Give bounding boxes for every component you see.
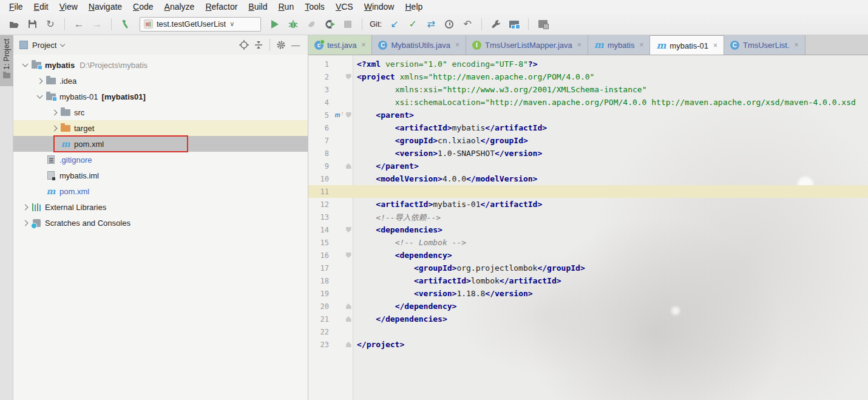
editor-tab-mybatis01[interactable]: mmybatis-01×: [650, 35, 724, 55]
code-line-2[interactable]: 2<project xmlns="http://maven.apache.org…: [308, 70, 868, 83]
close-icon[interactable]: ×: [713, 41, 717, 50]
code-line-9[interactable]: 9 </parent>: [308, 160, 868, 172]
chevron-collapsed-icon[interactable]: [49, 110, 59, 115]
gear-icon[interactable]: [274, 38, 288, 52]
fold-down-icon[interactable]: [344, 74, 353, 80]
code-line-4[interactable]: 4 xsi:schemaLocation="http://maven.apach…: [308, 96, 868, 109]
menu-item-build[interactable]: Build: [243, 1, 273, 12]
code-line-20[interactable]: 20 </dependency>: [308, 300, 868, 313]
project-tool-window-button[interactable]: 1: Project: [0, 35, 13, 86]
forward-icon[interactable]: →: [89, 16, 105, 32]
tree-row-ExternalLibraries[interactable]: External Libraries: [13, 199, 308, 215]
close-icon[interactable]: ×: [455, 41, 459, 49]
code-line-17[interactable]: 17 <groupId>org.projectlombok</groupId>: [308, 262, 868, 274]
code-line-5[interactable]: 5m <parent>: [308, 109, 868, 121]
code-line-12[interactable]: 12 <artifactId>mybatis-01</artifactId>: [308, 198, 868, 211]
tree-row-target[interactable]: target: [13, 120, 308, 136]
menu-item-navigate[interactable]: Navigate: [83, 1, 127, 12]
git-update-icon[interactable]: ↙: [387, 16, 402, 32]
fold-down-icon[interactable]: [344, 227, 353, 232]
editor-tab-mybatis[interactable]: mmybatis×: [588, 35, 651, 55]
run-icon[interactable]: [267, 16, 283, 32]
code-line-7[interactable]: 7 <groupId>cn.lxiaol</groupId>: [308, 134, 868, 147]
code-line-10[interactable]: 10 <modelVersion>4.0.0</modelVersion>: [308, 172, 868, 185]
editor-tab-testjava[interactable]: ctest.java×: [308, 35, 372, 55]
menu-item-code[interactable]: Code: [127, 1, 158, 12]
chevron-collapsed-icon[interactable]: [34, 79, 45, 83]
hide-icon[interactable]: —: [288, 38, 303, 52]
editor-tab-TmsUserListMapperjava[interactable]: ITmsUserListMapper.java×: [466, 35, 588, 55]
close-icon[interactable]: ×: [361, 41, 365, 49]
code-line-18[interactable]: 18 <artifactId>lombok</artifactId>: [308, 274, 868, 287]
menu-item-help[interactable]: Help: [399, 1, 428, 12]
fold-up-icon[interactable]: [344, 303, 353, 309]
menu-item-file[interactable]: File: [4, 1, 29, 12]
code-line-15[interactable]: 15 <!-- Lombok -->: [308, 236, 868, 249]
tree-row-mybatis[interactable]: mybatisD:\Projects\mybatis: [13, 57, 308, 73]
tree-row-src[interactable]: src: [13, 104, 308, 120]
code-line-6[interactable]: 6 <artifactId>mybatis</artifactId>: [308, 121, 868, 134]
tree-row-mybatisiml[interactable]: mybatis.iml: [13, 168, 308, 183]
menu-item-window[interactable]: Window: [359, 1, 400, 12]
fold-up-icon[interactable]: [344, 342, 353, 347]
menu-item-view[interactable]: View: [54, 1, 83, 12]
menu-item-vcs[interactable]: VCS: [330, 1, 359, 12]
collapse-all-icon[interactable]: [251, 38, 266, 52]
menu-item-tools[interactable]: Tools: [299, 1, 330, 12]
debug-bug-icon[interactable]: [285, 16, 301, 32]
chevron-expanded-icon[interactable]: [19, 64, 30, 66]
locate-icon[interactable]: [237, 38, 251, 52]
code-line-22[interactable]: 22: [308, 325, 868, 338]
code-line-1[interactable]: 1<?xml version="1.0" encoding="UTF-8"?>: [308, 58, 868, 70]
code-line-23[interactable]: 23</project>: [308, 338, 868, 351]
tree-row-gitignore[interactable]: .gitignore: [13, 152, 308, 168]
chevron-down-icon[interactable]: [60, 42, 65, 47]
layout-save-icon[interactable]: [535, 16, 551, 32]
code-line-14[interactable]: 14 <dependencies>: [308, 223, 868, 236]
stop-icon[interactable]: [340, 16, 356, 32]
profiler-icon[interactable]: [322, 16, 337, 32]
chevron-collapsed-icon[interactable]: [49, 126, 59, 131]
save-icon[interactable]: [24, 16, 40, 32]
close-icon[interactable]: ×: [639, 41, 643, 49]
tree-row-pomxml[interactable]: mpom.xml: [13, 183, 308, 199]
fold-up-icon[interactable]: [344, 316, 353, 322]
code-line-16[interactable]: 16 <dependency>: [308, 249, 868, 262]
chevron-collapsed-icon[interactable]: [19, 205, 30, 209]
tree-row-pomxml[interactable]: mpom.xml: [13, 136, 308, 152]
code-line-13[interactable]: 13 <!--导入依赖-->: [308, 211, 868, 223]
editor-tab-TmsUserList[interactable]: CTmsUserList.×: [724, 35, 805, 55]
tree-row-mybatis01[interactable]: mybatis-01[mybatis01]: [13, 89, 308, 104]
project-structure-icon[interactable]: [506, 16, 522, 32]
coverage-icon[interactable]: [303, 16, 319, 32]
code-line-3[interactable]: 3 xmlns:xsi="http://www.w3.org/2001/XMLS…: [308, 83, 868, 96]
sync-icon[interactable]: ↻: [42, 16, 58, 32]
tree-row-ScratchesandConsoles[interactable]: Scratches and Consoles: [13, 215, 308, 231]
git-commit-check-icon[interactable]: ✓: [405, 16, 421, 32]
fold-down-icon[interactable]: [344, 112, 353, 118]
code-line-21[interactable]: 21 </dependencies>: [308, 313, 868, 325]
back-icon[interactable]: ←: [71, 16, 87, 32]
run-configuration-select[interactable]: test.testGetUserList ∨: [140, 17, 261, 32]
menu-item-run[interactable]: Run: [273, 1, 299, 12]
wrench-icon[interactable]: [488, 16, 504, 32]
close-icon[interactable]: ×: [795, 41, 799, 49]
git-merge-icon[interactable]: ⇄: [423, 16, 439, 32]
menu-item-analyze[interactable]: Analyze: [159, 1, 200, 12]
chevron-expanded-icon[interactable]: [34, 95, 45, 98]
open-folder-icon[interactable]: [6, 16, 22, 32]
build-hammer-icon[interactable]: [118, 16, 134, 32]
chevron-collapsed-icon[interactable]: [19, 221, 30, 225]
fold-up-icon[interactable]: [344, 163, 353, 169]
code-line-19[interactable]: 19 <version>1.18.8</version>: [308, 287, 868, 300]
close-icon[interactable]: ×: [577, 41, 581, 49]
code-line-11[interactable]: 11: [308, 185, 868, 198]
code-line-8[interactable]: 8 <version>1.0-SNAPSHOT</version>: [308, 147, 868, 160]
git-history-clock-icon[interactable]: [441, 16, 457, 32]
menu-item-edit[interactable]: Edit: [29, 1, 54, 12]
git-rollback-icon[interactable]: ↶: [459, 16, 475, 32]
code-area[interactable]: 1<?xml version="1.0" encoding="UTF-8"?>2…: [308, 55, 868, 400]
fold-down-icon[interactable]: [344, 253, 353, 258]
editor-tab-MybatisUtilsjava[interactable]: CMybatisUtils.java×: [372, 35, 466, 55]
tree-row-idea[interactable]: .idea: [13, 73, 308, 89]
